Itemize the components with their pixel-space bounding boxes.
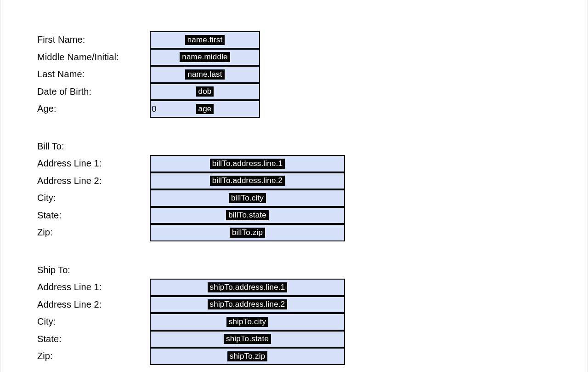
ship-to-block: Ship To: Address Line 1: shipTo.address.… <box>37 262 588 365</box>
binding-middle-name: name.middle <box>180 52 230 62</box>
field-age[interactable]: 0 age <box>150 100 260 118</box>
binding-first-name: name.first <box>185 35 225 45</box>
label-shipto-zip: Zip: <box>37 351 150 361</box>
binding-shipto-zip: shipTo.zip <box>227 351 268 361</box>
field-shipto-line2[interactable]: shipTo.address.line.2 <box>150 296 345 314</box>
row-shipto-line2: Address Line 2: shipTo.address.line.2 <box>37 296 588 314</box>
row-billto-zip: Zip: billTo.zip <box>37 224 588 241</box>
binding-shipto-line2: shipTo.address.line.2 <box>208 299 288 309</box>
field-last-name[interactable]: name.last <box>150 66 260 83</box>
row-shipto-state: State: shipTo.state <box>37 331 588 348</box>
label-shipto-state: State: <box>37 334 150 344</box>
label-age: Age: <box>37 103 150 114</box>
label-dob: Date of Birth: <box>37 86 150 97</box>
binding-dob: dob <box>196 86 214 97</box>
row-dob: Date of Birth: dob <box>37 83 588 101</box>
bill-to-title: Bill To: <box>37 138 588 155</box>
form-template-page: First Name: name.first Middle Name/Initi… <box>0 0 588 372</box>
field-shipto-city[interactable]: shipTo.city <box>150 313 345 331</box>
binding-billto-state: billTo.state <box>226 210 269 220</box>
field-middle-name[interactable]: name.middle <box>150 49 260 66</box>
field-shipto-zip[interactable]: shipTo.zip <box>150 348 345 365</box>
row-billto-line1: Address Line 1: billTo.address.line.1 <box>37 155 588 172</box>
row-middle-name: Middle Name/Initial: name.middle <box>37 49 588 66</box>
label-billto-line1: Address Line 1: <box>37 158 150 169</box>
bill-to-block: Bill To: Address Line 1: billTo.address.… <box>37 138 588 241</box>
binding-billto-zip: billTo.zip <box>230 228 265 238</box>
binding-billto-line2: billTo.address.line.2 <box>210 176 285 186</box>
field-billto-city[interactable]: billTo.city <box>150 189 345 207</box>
row-first-name: First Name: name.first <box>37 31 588 49</box>
row-billto-state: State: billTo.state <box>37 207 588 224</box>
binding-shipto-line1: shipTo.address.line.1 <box>208 282 288 292</box>
label-middle-name: Middle Name/Initial: <box>37 52 150 63</box>
binding-last-name: name.last <box>185 69 225 80</box>
label-shipto-line1: Address Line 1: <box>37 282 150 292</box>
field-first-name[interactable]: name.first <box>150 31 260 49</box>
field-shipto-line1[interactable]: shipTo.address.line.1 <box>150 279 345 296</box>
age-default-value: 0 <box>152 104 157 114</box>
binding-age: age <box>196 104 214 114</box>
person-block: First Name: name.first Middle Name/Initi… <box>37 31 588 118</box>
label-billto-line2: Address Line 2: <box>37 176 150 186</box>
field-billto-line2[interactable]: billTo.address.line.2 <box>150 172 345 190</box>
ship-to-title: Ship To: <box>37 262 588 279</box>
field-billto-state[interactable]: billTo.state <box>150 207 345 224</box>
field-billto-zip[interactable]: billTo.zip <box>150 224 345 241</box>
row-billto-line2: Address Line 2: billTo.address.line.2 <box>37 172 588 190</box>
row-shipto-line1: Address Line 1: shipTo.address.line.1 <box>37 279 588 296</box>
label-billto-state: State: <box>37 210 150 221</box>
binding-shipto-state: shipTo.state <box>224 334 271 344</box>
row-billto-city: City: billTo.city <box>37 189 588 207</box>
label-billto-zip: Zip: <box>37 227 150 238</box>
label-shipto-line2: Address Line 2: <box>37 299 150 310</box>
field-billto-line1[interactable]: billTo.address.line.1 <box>150 155 345 172</box>
binding-billto-city: billTo.city <box>229 193 266 203</box>
field-shipto-state[interactable]: shipTo.state <box>150 331 345 348</box>
row-shipto-city: City: shipTo.city <box>37 313 588 331</box>
row-shipto-zip: Zip: shipTo.zip <box>37 348 588 365</box>
binding-billto-line1: billTo.address.line.1 <box>210 159 285 169</box>
row-last-name: Last Name: name.last <box>37 66 588 83</box>
binding-shipto-city: shipTo.city <box>226 317 269 327</box>
label-billto-city: City: <box>37 193 150 203</box>
label-shipto-city: City: <box>37 316 150 327</box>
label-last-name: Last Name: <box>37 69 150 80</box>
field-dob[interactable]: dob <box>150 83 260 101</box>
row-age: Age: 0 age <box>37 100 588 118</box>
label-first-name: First Name: <box>37 34 150 45</box>
